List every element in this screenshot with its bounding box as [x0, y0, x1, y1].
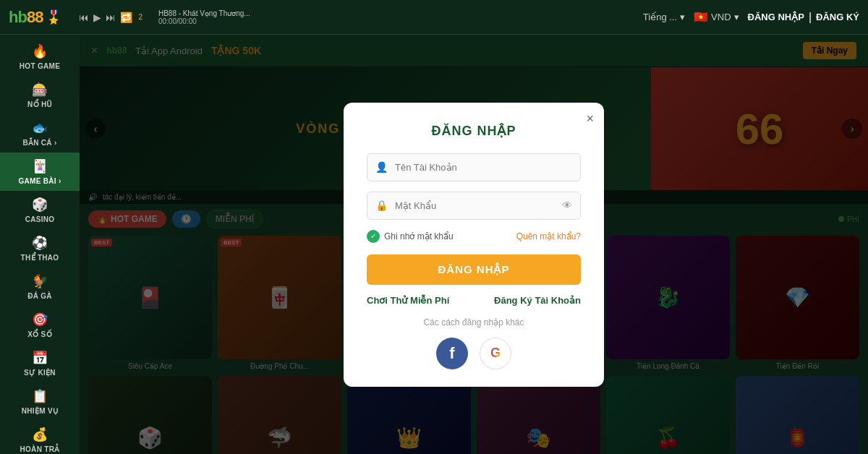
google-login-button[interactable]: G	[480, 338, 511, 369]
password-group: 🔒 👁	[367, 192, 581, 220]
game-bai-icon: 🃏	[32, 158, 48, 174]
remember-left: ✓ Ghi nhớ mật khẩu	[367, 230, 454, 243]
free-play-link[interactable]: Chơi Thử Miễn Phí	[367, 295, 449, 306]
sidebar-item-the-thao[interactable]: ⚽ THỂ THAO	[0, 229, 80, 267]
logo-text: hb88	[9, 8, 43, 27]
currency-selector[interactable]: 🇻🇳 VND ▾	[694, 10, 739, 24]
sidebar-item-ban-ca[interactable]: 🐟 BẮN CÁ ›	[0, 114, 80, 153]
repeat-button[interactable]: 🔁	[120, 12, 132, 23]
password-input[interactable]	[367, 192, 581, 220]
no-hu-icon: 🎰	[32, 82, 48, 98]
facebook-login-button[interactable]: f	[436, 338, 468, 369]
prev-track-button[interactable]: ⏮	[79, 12, 89, 23]
header: hb88 🎖️ ⏮ ▶ ⏭ 🔁 2 HB88 - Khát Vọng Thươn…	[0, 0, 868, 35]
sidebar-item-game-bai[interactable]: 🃏 GAME BÀI ›	[0, 153, 80, 191]
modal-links: Chơi Thử Miễn Phí Đăng Ký Tài Khoản	[367, 295, 581, 306]
hot-game-icon: 🔥	[32, 43, 48, 59]
chevron-down-icon: ▾	[734, 12, 739, 22]
auth-buttons: ĐĂNG NHẬP | ĐĂNG KÝ	[748, 11, 859, 24]
username-input[interactable]	[367, 153, 581, 181]
sidebar-item-xo-so[interactable]: 🎯 XỔ SỐ	[0, 306, 80, 344]
login-modal: × ĐĂNG NHẬP 👤 🔒 👁 ✓ Ghi nhớ mật khẩu	[344, 103, 604, 387]
sidebar-item-nhiem-vu[interactable]: 📋 NHIỆM VỤ	[0, 382, 80, 421]
xo-so-icon: 🎯	[32, 312, 48, 327]
casino-icon: 🎲	[32, 197, 48, 213]
chevron-down-icon: ▾	[680, 12, 685, 22]
currency-label: VND	[711, 12, 731, 22]
media-controls: ⏮ ▶ ⏭ 🔁 2	[79, 12, 142, 23]
google-icon: G	[490, 346, 501, 361]
sidebar-item-no-hu[interactable]: 🎰 NỔ HŨ	[0, 76, 80, 114]
username-group: 👤	[367, 153, 581, 181]
nhiem-vu-icon: 📋	[32, 388, 48, 404]
hoan-tra-icon: 💰	[32, 427, 48, 442]
next-track-button[interactable]: ⏭	[106, 12, 116, 23]
modal-overlay[interactable]: × ĐĂNG NHẬP 👤 🔒 👁 ✓ Ghi nhớ mật khẩu	[80, 35, 868, 454]
lang-label: Tiếng ...	[643, 12, 677, 22]
remember-checkbox[interactable]: ✓	[367, 230, 380, 243]
header-right: Tiếng ... ▾ 🇻🇳 VND ▾ ĐĂNG NHẬP | ĐĂNG KÝ	[643, 10, 859, 24]
track-title: HB88 - Khát Vọng Thương...	[158, 9, 250, 17]
track-time: 00:00/00:00	[158, 17, 250, 25]
user-icon: 👤	[375, 161, 388, 173]
language-selector[interactable]: Tiếng ... ▾	[643, 12, 685, 22]
track-count: 2	[138, 13, 142, 21]
su-kien-icon: 📅	[32, 350, 48, 366]
login-button[interactable]: ĐĂNG NHẬP	[748, 12, 804, 22]
social-buttons: f G	[367, 338, 581, 369]
sidebar-item-hot-game[interactable]: 🔥 HOT GAME	[0, 38, 80, 76]
logo[interactable]: hb88 🎖️	[9, 8, 61, 27]
login-submit-button[interactable]: ĐĂNG NHẬP	[367, 254, 581, 285]
play-button[interactable]: ▶	[93, 12, 101, 23]
main-content: × hb88 Tải App Android TẶNG 50K Tải Ngay…	[80, 35, 868, 454]
sidebar-item-hoan-tra[interactable]: 💰 HOÀN TRẢ	[0, 421, 80, 454]
sidebar-item-casino[interactable]: 🎲 CASINO	[0, 191, 80, 229]
main-layout: 🔥 HOT GAME 🎰 NỔ HŨ 🐟 BẮN CÁ › 🃏 GAME BÀI…	[0, 35, 868, 454]
social-divider: Các cách đăng nhập khác	[367, 317, 581, 327]
remember-row: ✓ Ghi nhớ mật khẩu Quên mật khẩu?	[367, 230, 581, 243]
track-info: HB88 - Khát Vọng Thương... 00:00/00:00	[158, 9, 250, 25]
register-account-link[interactable]: Đăng Ký Tài Khoản	[494, 295, 581, 306]
sidebar-item-da-ga[interactable]: 🐓 ĐÁ GÀ	[0, 267, 80, 306]
flag-icon: 🇻🇳	[694, 10, 708, 24]
sidebar-item-su-kien[interactable]: 📅 SỰ KIỆN	[0, 344, 80, 382]
eye-icon[interactable]: 👁	[562, 200, 572, 211]
ban-ca-icon: 🐟	[32, 120, 48, 136]
the-thao-icon: ⚽	[32, 235, 48, 251]
da-ga-icon: 🐓	[32, 273, 48, 289]
sidebar: 🔥 HOT GAME 🎰 NỔ HŨ 🐟 BẮN CÁ › 🃏 GAME BÀI…	[0, 35, 80, 454]
forgot-password-link[interactable]: Quên mật khẩu?	[516, 231, 581, 241]
modal-title: ĐĂNG NHẬP	[367, 123, 581, 139]
remember-label: Ghi nhớ mật khẩu	[384, 231, 454, 241]
register-button[interactable]: ĐĂNG KÝ	[816, 12, 859, 22]
lock-icon: 🔒	[375, 200, 388, 211]
facebook-icon: f	[449, 344, 454, 363]
logo-emblem: 🎖️	[46, 9, 61, 25]
modal-close-button[interactable]: ×	[586, 111, 594, 127]
